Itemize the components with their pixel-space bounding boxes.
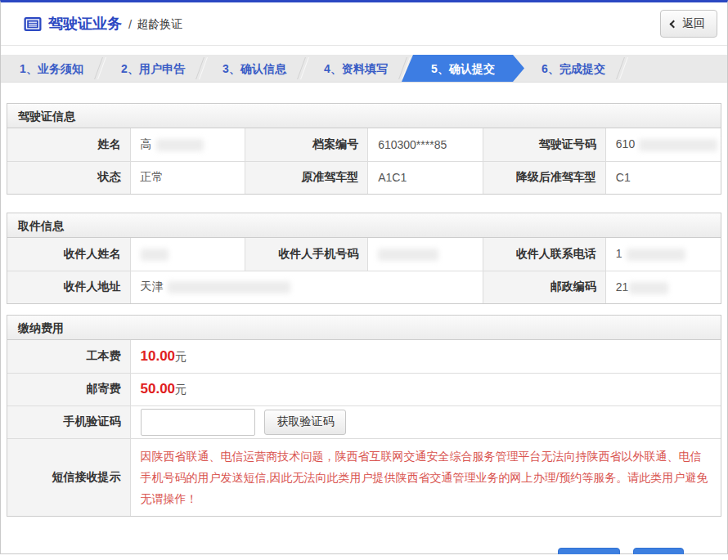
mailing-fee-label: 邮寄费 (7, 373, 130, 405)
tab-step-5-active[interactable]: 5、确认提交 (402, 55, 524, 82)
get-sms-code-button[interactable]: 获取验证码 (264, 410, 346, 435)
license-info-table: 姓名 高 档案编号 610300****85 驾驶证号码 610 状态 正常 原… (7, 128, 721, 194)
redacted-smudge (378, 249, 438, 261)
downgraded-class-label: 降级后准驾车型 (483, 161, 605, 194)
back-button[interactable]: 返回 (660, 10, 717, 38)
sms-notice-label: 短信接收提示 (7, 438, 130, 516)
redacted-smudge (629, 282, 668, 294)
recipient-tel-value: 1 (605, 238, 721, 271)
tab-filler (624, 55, 727, 82)
mailing-fee-value: 50.00元 (130, 373, 721, 405)
footer-actions: 上一步 完成 (1, 548, 727, 555)
address-label: 收件人地址 (7, 271, 130, 303)
tab-step-2[interactable]: 2、用户申告 (102, 55, 204, 82)
tab-step-4-label: 4、资料填写 (324, 62, 388, 75)
file-no-value: 610300****85 (368, 128, 483, 161)
license-no-value: 610 (605, 128, 721, 161)
breadcrumb-current: 超龄换证 (137, 17, 182, 32)
back-button-label: 返回 (682, 16, 705, 31)
section-license-title: 驾驶证信息 (7, 104, 721, 128)
tab-step-1[interactable]: 1、业务须知 (1, 55, 102, 82)
table-row: 短信接收提示 因陕西省联通、电信运营商技术问题，陕西省互联网交通安全综合服务管理… (7, 438, 721, 516)
production-fee-value: 10.00元 (130, 340, 721, 373)
license-no-label: 驾驶证号码 (483, 128, 605, 161)
redacted-smudge (141, 249, 169, 261)
step-tabs: 1、业务须知 2、用户申告 3、确认信息 4、资料填写 5、确认提交 6、完成提… (1, 55, 727, 83)
section-fees: 缴纳费用 工本费 10.00元 邮寄费 50.00元 手机验证码 获取验证码 (7, 315, 721, 517)
section-license-info: 驾驶证信息 姓名 高 档案编号 610300****85 驾驶证号码 610 状… (7, 103, 721, 195)
sms-notice-cell: 因陕西省联通、电信运营商技术问题，陕西省互联网交通安全综合服务管理平台无法向持陕… (130, 438, 721, 516)
breadcrumb-separator: / (128, 17, 132, 31)
page-container: 驾驶证业务 / 超龄换证 返回 1、业务须知 2、用户申告 3、确认信息 4、资… (0, 0, 728, 554)
recipient-name-label: 收件人姓名 (7, 238, 130, 271)
file-no-label: 档案编号 (245, 128, 368, 161)
tab-step-6[interactable]: 6、完成提交 (523, 55, 624, 82)
production-fee-amount: 10.00 (141, 348, 176, 364)
recipient-name-value (130, 238, 245, 271)
status-label: 状态 (7, 161, 130, 194)
tab-step-3[interactable]: 3、确认信息 (204, 55, 305, 82)
header-bar: 驾驶证业务 / 超龄换证 返回 (1, 2, 727, 46)
tab-step-3-label: 3、确认信息 (222, 62, 286, 75)
recipient-tel-label: 收件人联系电话 (483, 238, 605, 271)
tab-step-4[interactable]: 4、资料填写 (305, 55, 407, 82)
status-value: 正常 (130, 161, 245, 194)
fees-table: 工本费 10.00元 邮寄费 50.00元 手机验证码 获取验证码 短信接收提 (7, 340, 721, 516)
fee-unit: 元 (175, 383, 186, 396)
chevron-left-icon (670, 20, 678, 28)
table-row: 工本费 10.00元 (7, 340, 721, 373)
production-fee-label: 工本费 (7, 340, 130, 373)
sms-code-input[interactable] (141, 409, 255, 436)
section-pickup-info: 取件信息 收件人姓名 收件人手机号码 收件人联系电话 1 收件人地址 天津 (7, 213, 721, 304)
redacted-smudge (156, 139, 204, 151)
finish-button[interactable]: 完成 (633, 548, 684, 555)
pickup-info-table: 收件人姓名 收件人手机号码 收件人联系电话 1 收件人地址 天津 邮政编码 (7, 238, 721, 303)
tab-step-2-label: 2、用户申告 (121, 62, 185, 75)
address-value: 天津 (130, 271, 483, 303)
tab-step-1-label: 1、业务须知 (20, 62, 83, 75)
recipient-mobile-label: 收件人手机号码 (245, 238, 368, 271)
table-row: 邮寄费 50.00元 (7, 373, 721, 405)
page-title: 驾驶证业务 (48, 14, 122, 34)
table-row: 收件人地址 天津 邮政编码 21 (7, 271, 721, 303)
downgraded-class-value: C1 (605, 161, 721, 194)
license-list-icon (24, 16, 42, 32)
name-value: 高 (130, 128, 245, 161)
section-fees-title: 缴纳费用 (7, 316, 721, 340)
mailing-fee-amount: 50.00 (141, 381, 176, 396)
table-row: 姓名 高 档案编号 610300****85 驾驶证号码 610 (7, 128, 721, 161)
recipient-mobile-value (368, 238, 483, 271)
redacted-smudge (168, 281, 290, 293)
tab-step-5-label: 5、确认提交 (431, 62, 495, 75)
previous-step-button[interactable]: 上一步 (558, 548, 620, 555)
sms-code-cell: 获取验证码 (130, 405, 721, 438)
redacted-smudge (627, 249, 685, 261)
table-row: 收件人姓名 收件人手机号码 收件人联系电话 1 (7, 238, 721, 271)
name-label: 姓名 (7, 128, 130, 161)
postcode-label: 邮政编码 (483, 271, 605, 303)
redacted-smudge (639, 139, 717, 151)
tab-step-6-label: 6、完成提交 (542, 62, 605, 75)
fee-unit: 元 (175, 350, 186, 363)
sms-notice-text: 因陕西省联通、电信运营商技术问题，陕西省互联网交通安全综合服务管理平台无法向持陕… (141, 439, 721, 516)
section-pickup-title: 取件信息 (7, 213, 721, 238)
sms-code-label: 手机验证码 (7, 405, 130, 438)
postcode-value: 21 (605, 271, 721, 303)
orig-class-value: A1C1 (368, 161, 483, 194)
orig-class-label: 原准驾车型 (245, 161, 368, 194)
table-row: 手机验证码 获取验证码 (7, 405, 721, 438)
table-row: 状态 正常 原准驾车型 A1C1 降级后准驾车型 C1 (7, 161, 721, 194)
